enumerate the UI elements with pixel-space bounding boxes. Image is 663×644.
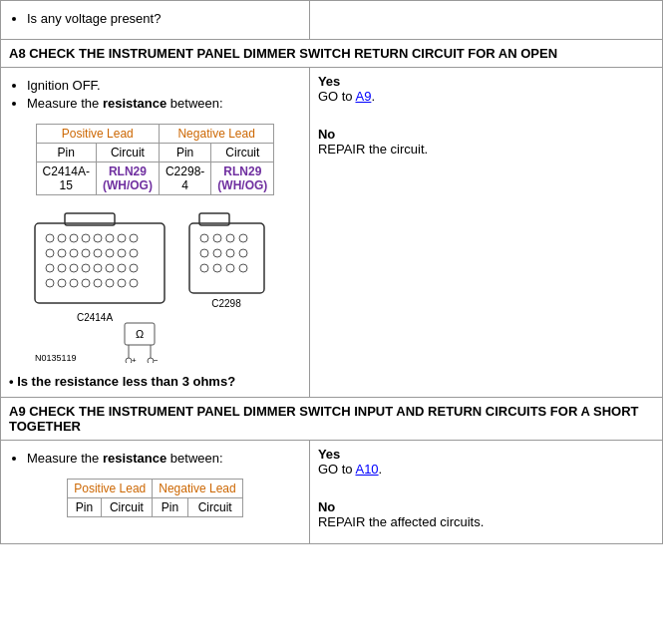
a8-bullet-2: Measure the resistance between: [27, 96, 301, 111]
a8-question: • Is the resistance less than 3 ohms? [9, 374, 301, 389]
svg-point-40 [200, 249, 208, 257]
svg-point-23 [106, 264, 114, 272]
a8-no-label: No [318, 127, 654, 142]
a8-no-block: No REPAIR the circuit. [318, 127, 654, 157]
a8-right-cell: Yes GO to A9. No REPAIR the circuit. [309, 68, 662, 398]
svg-point-18 [46, 264, 54, 272]
svg-point-5 [82, 234, 90, 242]
a9-no-label: No [318, 499, 654, 514]
a8-no-action: REPAIR the circuit. [318, 142, 654, 157]
svg-point-16 [118, 249, 126, 257]
svg-point-9 [130, 234, 138, 242]
svg-text:Ω: Ω [136, 328, 144, 340]
svg-point-39 [239, 234, 247, 242]
pin-val-2: C2298-4 [159, 162, 210, 195]
svg-point-2 [46, 234, 54, 242]
svg-point-31 [106, 279, 114, 287]
svg-point-43 [239, 249, 247, 257]
a8-bullet-1: Ignition OFF. [27, 78, 301, 93]
a9-bullet-list: Measure the resistance between: [27, 447, 301, 473]
svg-point-17 [130, 249, 138, 257]
svg-point-19 [58, 264, 66, 272]
svg-point-10 [46, 249, 54, 257]
svg-point-30 [94, 279, 102, 287]
voltage-question-cell: Is any voltage present? [1, 1, 310, 40]
a9-yes-block: Yes GO to A10. [318, 447, 654, 477]
a9-link[interactable]: A9 [355, 89, 371, 104]
svg-point-41 [213, 249, 221, 257]
a9-pin-col-2: Pin [153, 498, 187, 517]
a9-yes-action: GO to A10. [318, 462, 654, 477]
svg-point-28 [70, 279, 78, 287]
svg-point-27 [58, 279, 66, 287]
a9-section-header: A9 CHECK THE INSTRUMENT PANEL DIMMER SWI… [1, 398, 663, 441]
svg-point-42 [226, 249, 234, 257]
svg-point-38 [226, 234, 234, 242]
positive-lead-header: Positive Lead [36, 125, 159, 144]
svg-text:−: − [154, 356, 159, 363]
svg-point-20 [70, 264, 78, 272]
pin-col-2: Pin [159, 144, 210, 162]
svg-point-44 [200, 264, 208, 272]
svg-point-29 [82, 279, 90, 287]
a9-circuit-col-2: Circuit [187, 498, 242, 517]
svg-point-36 [200, 234, 208, 242]
a8-yes-action: GO to A9. [318, 89, 654, 104]
svg-point-7 [106, 234, 114, 242]
svg-point-15 [106, 249, 114, 257]
svg-point-25 [130, 264, 138, 272]
svg-point-4 [70, 234, 78, 242]
a9-left-cell: Measure the resistance between: Positive… [1, 441, 310, 544]
svg-point-3 [58, 234, 66, 242]
voltage-question: Is any voltage present? [27, 11, 301, 26]
a8-content-row: Ignition OFF. Measure the resistance bet… [1, 68, 663, 398]
svg-rect-34 [189, 223, 264, 293]
voltage-answer-cell [309, 1, 662, 40]
a8-left-cell: Ignition OFF. Measure the resistance bet… [1, 68, 310, 398]
svg-point-14 [94, 249, 102, 257]
svg-point-11 [58, 249, 66, 257]
voltage-bullet-list: Is any voltage present? [27, 7, 301, 33]
pin-col-1: Pin [36, 144, 96, 162]
svg-text:+: + [132, 356, 137, 363]
c2414a-label: C2414A [77, 312, 113, 323]
svg-point-33 [130, 279, 138, 287]
a9-no-block: No REPAIR the affected circuits. [318, 499, 654, 529]
a9-header-row: A9 CHECK THE INSTRUMENT PANEL DIMMER SWI… [1, 398, 663, 441]
a9-bold-resistance: resistance [103, 451, 166, 466]
svg-point-8 [118, 234, 126, 242]
svg-point-47 [239, 264, 247, 272]
svg-text:N0135119: N0135119 [35, 353, 77, 363]
svg-point-37 [213, 234, 221, 242]
svg-point-24 [118, 264, 126, 272]
svg-point-12 [70, 249, 78, 257]
a9-circuit-col-1: Circuit [101, 498, 153, 517]
circuit-col-2: Circuit [211, 144, 274, 162]
a9-content-row: Measure the resistance between: Positive… [1, 441, 663, 544]
c2298-label: C2298 [212, 298, 242, 309]
circuit-val-1: RLN29(WH/OG) [96, 162, 159, 195]
svg-point-6 [94, 234, 102, 242]
main-table: Is any voltage present? A8 CHECK THE INS… [0, 0, 663, 544]
a9-right-cell: Yes GO to A10. No REPAIR the affected ci… [309, 441, 662, 544]
svg-point-26 [46, 279, 54, 287]
a9-pin-col-1: Pin [68, 498, 101, 517]
a8-header-row: A8 CHECK THE INSTRUMENT PANEL DIMMER SWI… [1, 40, 663, 68]
a9-positive-lead-header: Positive Lead [68, 480, 153, 498]
negative-lead-header: Negative Lead [159, 125, 273, 144]
connector-svg: C2414A [25, 203, 284, 363]
svg-point-22 [94, 264, 102, 272]
a8-measure-table: Positive Lead Negative Lead Pin Circuit … [36, 124, 275, 195]
a8-section-header: A8 CHECK THE INSTRUMENT PANEL DIMMER SWI… [1, 40, 663, 68]
a9-negative-lead-header: Negative Lead [153, 480, 242, 498]
a8-yes-label: Yes [318, 74, 654, 89]
circuit-col-1: Circuit [96, 144, 159, 162]
a8-bullet-list: Ignition OFF. Measure the resistance bet… [27, 74, 301, 118]
voltage-row: Is any voltage present? [1, 1, 663, 40]
a9-measure-table: Positive Lead Negative Lead Pin Circuit … [67, 479, 242, 517]
a10-link[interactable]: A10 [355, 462, 378, 477]
a8-yes-block: Yes GO to A9. [318, 74, 654, 104]
svg-point-32 [118, 279, 126, 287]
svg-point-46 [226, 264, 234, 272]
svg-point-45 [213, 264, 221, 272]
